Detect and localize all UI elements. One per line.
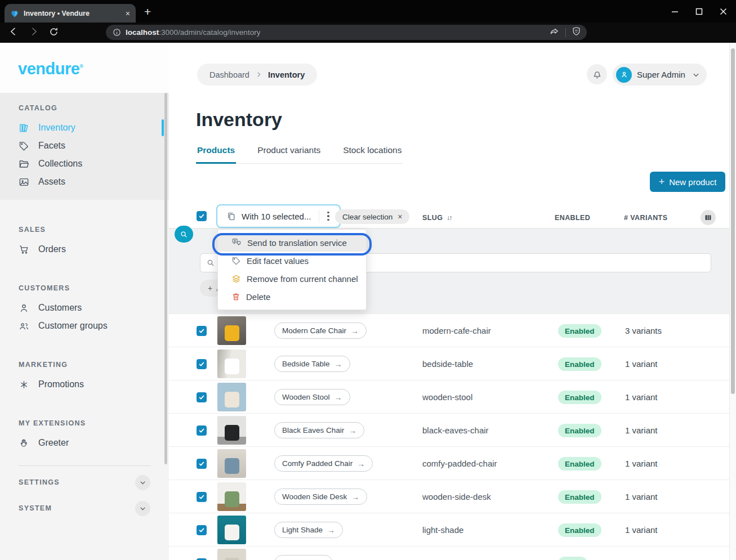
product-name-link[interactable]: Black Eaves Chair→ <box>274 422 364 438</box>
menu-item-delete[interactable]: Delete <box>218 288 366 306</box>
product-name-link[interactable]: Light Shade→ <box>274 522 343 538</box>
menu-item-send-to-translation[interactable]: Send to translation service <box>218 234 366 252</box>
product-slug: modern-cafe-chair <box>422 326 491 335</box>
page-scrollbar-thumb[interactable] <box>731 48 735 394</box>
table-row: Light Shade→ light-shade Enabled 1 varia… <box>169 513 729 546</box>
clear-selection-button[interactable]: Clear selection × <box>335 209 409 224</box>
column-settings-button[interactable] <box>701 210 716 225</box>
bulk-actions-menu: Send to translation service Edit facet v… <box>217 229 367 310</box>
menu-item-remove-from-channel[interactable]: Remove from current channel <box>218 270 366 288</box>
column-header-enabled: ENABLED <box>555 214 590 222</box>
product-name-link[interactable]: Comfy Padded Chair→ <box>274 455 373 472</box>
product-name-link[interactable]: Wooden Side Desk→ <box>274 489 367 505</box>
window-maximize-button[interactable] <box>695 8 703 15</box>
chevron-right-icon <box>255 71 262 78</box>
window-minimize-button[interactable] <box>671 8 679 15</box>
sidebar-divider <box>19 465 150 466</box>
new-product-button[interactable]: + New product <box>650 172 725 192</box>
site-info-icon[interactable] <box>113 28 121 37</box>
cart-icon <box>19 244 29 255</box>
sidebar-item-customer-groups[interactable]: Customer groups <box>0 317 169 335</box>
row-checkbox[interactable] <box>197 425 207 436</box>
forward-button[interactable] <box>28 26 39 39</box>
variant-count: 1 variant <box>625 525 658 535</box>
sidebar-section-sales: SALES Orders <box>0 226 169 258</box>
sidebar-item-collections[interactable]: Collections <box>0 155 169 173</box>
sidebar-item-inventory[interactable]: Inventory <box>0 119 169 137</box>
sidebar-item-customers[interactable]: Customers <box>0 299 169 317</box>
sidebar-section-system[interactable]: SYSTEM <box>0 495 169 521</box>
sidebar-item-label: Collections <box>38 159 82 169</box>
row-checkbox[interactable] <box>197 326 207 336</box>
page-scrollbar[interactable] <box>729 43 736 560</box>
tab-stock-locations[interactable]: Stock locations <box>342 145 403 163</box>
new-tab-button[interactable]: + <box>144 6 151 17</box>
sidebar-item-facets[interactable]: Facets <box>0 137 169 155</box>
product-name-link[interactable]: Bedside Table→ <box>274 356 350 372</box>
share-icon[interactable] <box>550 26 560 39</box>
chevron-down-icon <box>692 71 700 79</box>
vendure-favicon-icon <box>10 9 19 18</box>
chevron-down-icon[interactable] <box>135 501 150 516</box>
reload-button[interactable] <box>48 26 59 39</box>
sidebar-section-my-extensions: MY EXTENSIONS Greeter <box>0 419 169 452</box>
tab-product-variants[interactable]: Product variants <box>256 145 322 163</box>
chevron-down-icon[interactable] <box>135 475 150 490</box>
select-all-checkbox[interactable] <box>197 211 207 221</box>
search-toggle-button[interactable] <box>175 226 193 243</box>
window-close-button[interactable] <box>720 8 727 15</box>
url-bar[interactable]: localhost:3000/admin/catalog/inventory <box>106 25 587 40</box>
section-label: MARKETING <box>19 361 169 369</box>
row-checkbox[interactable] <box>197 359 207 369</box>
section-label: CUSTOMERS <box>19 284 169 292</box>
tab-products[interactable]: Products <box>196 145 236 164</box>
sidebar-item-orders[interactable]: Orders <box>0 240 169 258</box>
browser-tab[interactable]: Inventory • Vendure × <box>5 4 136 23</box>
menu-item-edit-facet-values[interactable]: Edit facet values <box>218 252 366 270</box>
sidebar-item-label: Greeter <box>38 438 69 448</box>
search-icon <box>180 230 188 239</box>
table-row: Comfy Padded Chair→ comfy-padded-chair E… <box>169 446 729 480</box>
sidebar-section-catalog: CATALOG Inventory Facets Collections Ass… <box>0 93 169 200</box>
sidebar-scrollbar[interactable] <box>164 93 167 464</box>
breadcrumb-dashboard[interactable]: Dashboard <box>209 70 249 79</box>
sidebar-section-marketing: MARKETING Promotions <box>0 361 169 393</box>
column-header-slug[interactable]: SLUG <box>422 214 453 222</box>
table-row: Black Eaves Chair→ black-eaves-chair Ena… <box>169 413 729 446</box>
row-checkbox[interactable] <box>197 459 207 469</box>
brave-shield-icon[interactable] <box>572 26 581 38</box>
product-name-link[interactable] <box>274 555 333 560</box>
table-row <box>169 546 729 560</box>
user-menu[interactable]: Super Admin <box>613 64 707 86</box>
product-name-link[interactable]: Modern Cafe Chair→ <box>274 322 367 339</box>
tab-close-icon[interactable]: × <box>126 9 130 18</box>
variant-count: 1 variant <box>625 492 658 501</box>
product-name-link[interactable]: Wooden Stool→ <box>274 389 350 405</box>
bulk-actions-button[interactable]: With 10 selected... <box>216 204 341 228</box>
notifications-button[interactable] <box>587 64 607 84</box>
trash-icon <box>231 292 240 301</box>
plus-icon: + <box>659 176 665 188</box>
arrow-right-icon: → <box>327 526 335 535</box>
row-checkbox[interactable] <box>197 392 207 402</box>
back-button[interactable] <box>8 26 19 39</box>
sort-icon <box>446 214 453 222</box>
copy-icon <box>226 212 236 221</box>
sidebar-item-greeter[interactable]: Greeter <box>0 434 169 452</box>
sidebar-item-promotions[interactable]: Promotions <box>0 375 169 393</box>
kebab-menu-icon[interactable] <box>319 209 334 223</box>
variant-count: 1 variant <box>625 459 658 468</box>
sidebar-section-settings[interactable]: SETTINGS <box>0 469 169 495</box>
row-checkbox[interactable] <box>197 492 207 502</box>
status-badge: Enabled <box>558 391 601 404</box>
breadcrumb: Dashboard Inventory <box>197 64 317 86</box>
row-checkbox[interactable] <box>197 525 207 535</box>
tab-bar: Products Product variants Stock location… <box>196 145 403 164</box>
status-badge: Enabled <box>558 523 601 537</box>
vendure-logo: vendure® <box>18 60 83 78</box>
promotion-icon <box>19 379 29 390</box>
sidebar-item-assets[interactable]: Assets <box>0 173 169 191</box>
section-label: CATALOG <box>19 104 169 112</box>
url-text: localhost:3000/admin/catalog/inventory <box>126 28 260 37</box>
sidebar-item-label: Orders <box>38 244 66 254</box>
